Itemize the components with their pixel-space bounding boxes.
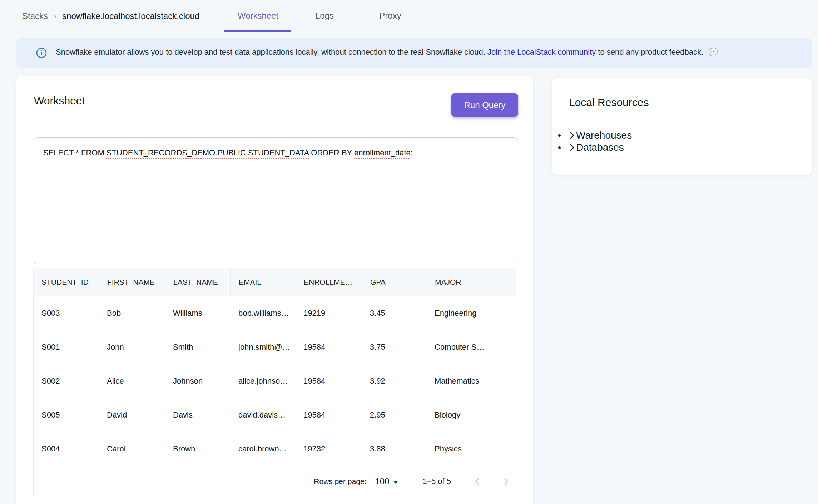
chevron-right-icon xyxy=(568,131,576,140)
cell-email: david.davis… xyxy=(230,410,296,420)
tree-item-label: Warehouses xyxy=(576,130,632,141)
column-header-major[interactable]: MAJOR xyxy=(427,268,492,296)
worksheet-panel: Worksheet Run Query SELECT * FROM STUDEN… xyxy=(16,76,533,504)
column-header-filler xyxy=(492,268,516,296)
cell-student-id: S005 xyxy=(34,410,99,420)
cell-enrollment: 19219 xyxy=(296,309,362,318)
banner-text: Snowflake emulator allows you to develop… xyxy=(56,47,718,59)
cell-enrollment: 19584 xyxy=(296,410,362,420)
cell-last-name: Davis xyxy=(165,410,230,420)
tab-logs[interactable]: Logs xyxy=(315,0,334,31)
cell-email: carol.brown… xyxy=(230,444,296,454)
cell-student-id: S002 xyxy=(34,376,99,386)
cell-gpa: 3.75 xyxy=(362,343,427,352)
cell-major: Engineering xyxy=(427,309,492,318)
tree-item-label: Databases xyxy=(576,142,624,153)
local-resources-panel: Local Resources Warehouses Databases xyxy=(552,78,812,175)
table-row: S003 Bob Williams bob.williams… 19219 3.… xyxy=(34,296,516,330)
table-row: S004 Carol Brown carol.brown… 19732 3.88… xyxy=(34,432,516,466)
next-page-button[interactable] xyxy=(498,474,514,489)
column-header-first-name[interactable]: FIRST_NAME xyxy=(99,268,165,296)
localstack-community-link[interactable]: Join the LocalStack community xyxy=(487,48,596,56)
cell-first-name: David xyxy=(99,410,165,420)
table-row: S002 Alice Johnson alice.johnso… 19584 3… xyxy=(34,364,516,398)
table-row: S005 David Davis david.davis… 19584 2.95… xyxy=(34,398,516,432)
cell-enrollment: 19732 xyxy=(296,444,362,454)
table-row: S001 John Smith john.smith@… 19584 3.75 … xyxy=(34,330,516,364)
bullet-icon xyxy=(558,134,561,137)
cell-first-name: Bob xyxy=(99,309,165,318)
cell-enrollment: 19584 xyxy=(296,343,362,352)
cell-first-name: Alice xyxy=(99,376,165,386)
cell-gpa: 3.92 xyxy=(362,376,427,386)
column-header-gpa[interactable]: GPA xyxy=(362,268,427,296)
previous-page-button[interactable] xyxy=(470,474,485,489)
cell-last-name: Brown xyxy=(165,444,230,454)
cell-first-name: Carol xyxy=(99,444,165,454)
tab-worksheet[interactable]: Worksheet xyxy=(238,0,278,31)
cell-email: alice.johnso… xyxy=(230,376,296,386)
cell-major: Biology xyxy=(427,410,492,420)
sql-text-column-identifier: enrollment_date xyxy=(354,148,411,157)
cell-last-name: Johnson xyxy=(165,376,230,386)
column-header-email[interactable]: EMAIL xyxy=(230,268,296,296)
cell-first-name: John xyxy=(99,343,165,352)
pagination-bar: Rows per page: 100 1–5 of 5 xyxy=(34,466,516,497)
tree-item-databases[interactable]: Databases xyxy=(552,141,812,154)
table-header-row: STUDENT_ID FIRST_NAME LAST_NAME EMAIL EN… xyxy=(34,268,516,296)
breadcrumb-stacks-link[interactable]: Stacks xyxy=(22,11,48,21)
cell-enrollment: 19584 xyxy=(296,376,362,386)
breadcrumb-current-stack: snowflake.localhost.localstack.cloud xyxy=(62,11,199,21)
cell-student-id: S003 xyxy=(34,309,99,318)
pagination-range: 1–5 of 5 xyxy=(422,477,451,486)
cell-last-name: Williams xyxy=(165,309,230,318)
rows-per-page-select[interactable]: 100 xyxy=(375,476,398,486)
cell-gpa: 2.95 xyxy=(362,410,427,420)
cell-student-id: S001 xyxy=(34,343,99,352)
tab-proxy[interactable]: Proxy xyxy=(379,0,401,31)
sql-text-table-identifier: STUDENT_RECORDS_DEMO.PUBLIC.STUDENT_DATA xyxy=(106,148,309,157)
sql-text-keyword: SELECT * FROM xyxy=(43,148,106,157)
cell-last-name: Smith xyxy=(165,343,230,352)
sql-editor[interactable]: SELECT * FROM STUDENT_RECORDS_DEMO.PUBLI… xyxy=(34,137,518,264)
active-tab-indicator xyxy=(224,30,291,32)
info-icon xyxy=(36,47,47,59)
column-header-enrollment[interactable]: ENROLLME… xyxy=(296,268,362,296)
rows-per-page-label: Rows per page: xyxy=(314,477,366,486)
worksheet-title: Worksheet xyxy=(34,95,85,107)
sql-text-semicolon: ; xyxy=(411,148,413,157)
run-query-button[interactable]: Run Query xyxy=(451,93,518,117)
results-table: STUDENT_ID FIRST_NAME LAST_NAME EMAIL EN… xyxy=(33,268,516,497)
chevron-right-icon xyxy=(501,476,511,487)
bullet-icon xyxy=(558,146,561,149)
info-banner: Snowflake emulator allows you to develop… xyxy=(16,38,812,68)
breadcrumb-separator-icon: › xyxy=(54,11,56,21)
sql-text-orderby: ORDER BY xyxy=(309,148,354,157)
cell-major: Mathematics xyxy=(427,376,492,386)
top-nav-bar: Stacks › snowflake.localhost.localstack.… xyxy=(0,0,818,32)
cell-gpa: 3.45 xyxy=(362,309,427,318)
cell-gpa: 3.88 xyxy=(362,444,427,454)
rows-per-page-value: 100 xyxy=(375,476,389,486)
banner-text-before-link: Snowflake emulator allows you to develop… xyxy=(56,48,485,56)
cell-student-id: S004 xyxy=(34,444,99,454)
cell-major: Computer S… xyxy=(427,343,492,352)
column-header-student-id[interactable]: STUDENT_ID xyxy=(34,268,99,296)
column-header-last-name[interactable]: LAST_NAME xyxy=(165,268,230,296)
local-resources-title: Local Resources xyxy=(569,96,649,109)
tree-item-warehouses[interactable]: Warehouses xyxy=(552,129,812,141)
resources-tree: Warehouses Databases xyxy=(552,129,812,154)
chevron-right-icon xyxy=(568,143,576,152)
cell-major: Physics xyxy=(427,444,492,454)
cell-email: john.smith@… xyxy=(230,343,296,352)
chevron-left-icon xyxy=(472,476,483,487)
banner-text-after-link: to send any product feedback. xyxy=(598,48,703,56)
dropdown-arrow-icon xyxy=(393,477,398,486)
breadcrumb: Stacks › snowflake.localhost.localstack.… xyxy=(22,0,199,32)
cell-email: bob.williams… xyxy=(230,309,296,318)
speech-bubble-icon xyxy=(708,47,718,59)
